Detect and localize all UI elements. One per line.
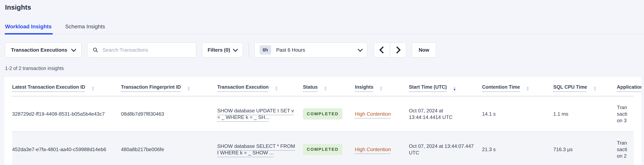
- table-header-row: Latest Transaction Execution ID▲▼Transac…: [12, 77, 634, 96]
- cell-id: 328729d2-ff19-4408-8531-b05a5b4e43c7: [12, 96, 121, 132]
- column-header-contention[interactable]: Contention Time▲▼: [482, 77, 553, 96]
- column-label: Transaction Fingerprint ID: [121, 84, 181, 90]
- cell-fingerprint: 480a8b217be006fe: [121, 132, 217, 165]
- previous-time-range-button[interactable]: [374, 42, 390, 57]
- column-header-fingerprint[interactable]: Transaction Fingerprint ID▲▼: [121, 77, 217, 96]
- column-label: SQL CPU Time: [553, 84, 587, 90]
- cell-id: 452da3e7-e7fa-4801-aa40-c59988d14eb6: [12, 132, 121, 165]
- time-range-label: Past 6 Hours: [276, 47, 305, 53]
- cell-status: COMPLETED: [303, 132, 355, 165]
- cell-start: Oct 07, 2024 at 13:44:07.447 UTC: [409, 132, 482, 165]
- sort-icon[interactable]: ▲▼: [91, 86, 94, 91]
- column-header-start[interactable]: Start Time (UTC)▲▼: [409, 77, 482, 96]
- transaction-execution-link[interactable]: SHOW database SELECT * FROM t WHERE k = …: [217, 143, 295, 155]
- chevron-down-icon: [358, 47, 363, 52]
- sort-icon[interactable]: ▲▼: [453, 86, 456, 91]
- sort-icon[interactable]: ▲▼: [593, 86, 596, 91]
- cell-cpu: 1.1 ms: [553, 96, 617, 132]
- column-label: Contention Time: [482, 84, 520, 90]
- cell-start: Oct 07, 2024 at 13:44:14.4414 UTC: [409, 96, 482, 132]
- insight-link[interactable]: High Contention: [355, 146, 391, 152]
- transaction-execution-link[interactable]: SHOW database UPDATE t SET v = _ WHERE k…: [217, 108, 294, 120]
- insights-table-container: Latest Transaction Execution ID▲▼Transac…: [4, 77, 641, 165]
- column-label: Insights: [355, 84, 374, 90]
- status-badge: COMPLETED: [303, 144, 342, 155]
- toolbar: Transaction Executions Filters (0) 6h Pa…: [5, 42, 639, 57]
- search-box[interactable]: [87, 42, 196, 57]
- page-title: Insights: [5, 4, 644, 11]
- execution-type-label: Transaction Executions: [11, 47, 67, 53]
- time-range-dropdown[interactable]: 6h Past 6 Hours: [254, 42, 367, 57]
- cell-app: Transaction 2: [617, 132, 634, 165]
- search-input[interactable]: [102, 47, 191, 53]
- tab-workload-insights[interactable]: Workload Insights: [5, 24, 52, 34]
- cell-insights: High Contention: [355, 132, 409, 165]
- cell-cpu: 716.3 µs: [553, 132, 617, 165]
- sort-icon[interactable]: ▲▼: [187, 86, 190, 91]
- column-label: Transaction Execution: [217, 84, 269, 90]
- next-time-range-button[interactable]: [390, 42, 406, 57]
- cell-execution: SHOW database UPDATE t SET v = _ WHERE k…: [217, 96, 303, 132]
- filters-button[interactable]: Filters (0): [202, 42, 243, 57]
- time-nav-group: [374, 42, 406, 57]
- tab-schema-insights[interactable]: Schema Insights: [65, 24, 105, 34]
- column-label: Start Time (UTC): [409, 84, 447, 90]
- column-label: Application Name: [617, 84, 641, 90]
- cell-insights: High Contention: [355, 96, 409, 132]
- cell-execution: SHOW database SELECT * FROM t WHERE k = …: [217, 132, 303, 165]
- toolbar-divider: [249, 42, 249, 57]
- status-badge: COMPLETED: [303, 108, 342, 119]
- chevron-down-icon: [71, 47, 76, 52]
- chevron-down-icon: [233, 47, 238, 52]
- chevron-left-icon: [380, 47, 386, 54]
- chevron-right-icon: [394, 47, 401, 54]
- sort-icon[interactable]: ▲▼: [275, 86, 278, 91]
- column-label: Status: [303, 84, 318, 90]
- sort-icon[interactable]: ▲▼: [526, 86, 530, 91]
- insight-link[interactable]: High Contention: [355, 111, 391, 117]
- table-row: 328729d2-ff19-4408-8531-b05a5b4e43c708d8…: [12, 96, 634, 132]
- column-header-execution[interactable]: Transaction Execution▲▼: [217, 77, 303, 96]
- column-header-app[interactable]: Application Name▲▼: [617, 77, 634, 96]
- now-button[interactable]: Now: [412, 42, 436, 57]
- time-range-badge: 6h: [260, 45, 271, 55]
- sort-icon[interactable]: ▲▼: [324, 86, 327, 91]
- cell-contention: 14.1 s: [482, 96, 553, 132]
- filters-label: Filters (0): [208, 47, 230, 53]
- results-summary: 1-2 of 2 transaction insights: [5, 66, 644, 71]
- column-label: Latest Transaction Execution ID: [12, 84, 85, 90]
- table-row: 452da3e7-e7fa-4801-aa40-c59988d14eb6480a…: [12, 132, 634, 165]
- search-icon: [92, 47, 98, 53]
- cell-contention: 21.3 s: [482, 132, 553, 165]
- column-header-cpu[interactable]: SQL CPU Time▲▼: [553, 77, 617, 96]
- execution-type-dropdown[interactable]: Transaction Executions: [5, 42, 82, 57]
- sort-icon[interactable]: ▲▼: [380, 86, 383, 91]
- column-header-insights[interactable]: Insights▲▼: [355, 77, 409, 96]
- insights-table: Latest Transaction Execution ID▲▼Transac…: [12, 77, 634, 165]
- tabs: Workload Insights Schema Insights: [0, 24, 644, 34]
- column-header-id[interactable]: Latest Transaction Execution ID▲▼: [12, 77, 121, 96]
- cell-status: COMPLETED: [303, 96, 355, 132]
- column-header-status[interactable]: Status▲▼: [303, 77, 355, 96]
- cell-fingerprint: 08d8b7d97f830463: [121, 96, 217, 132]
- now-label: Now: [419, 47, 429, 53]
- cell-app: Transaction 3: [617, 96, 634, 132]
